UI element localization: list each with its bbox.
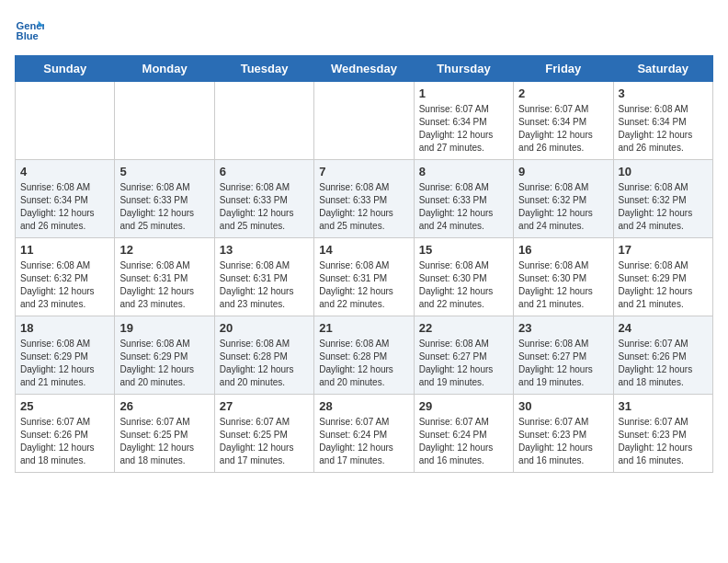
calendar-week-5: 25Sunrise: 6:07 AM Sunset: 6:26 PM Dayli…: [16, 395, 713, 473]
calendar-cell: 31Sunrise: 6:07 AM Sunset: 6:23 PM Dayli…: [613, 395, 712, 473]
day-header-thursday: Thursday: [414, 56, 513, 82]
day-info: Sunrise: 6:08 AM Sunset: 6:32 PM Dayligh…: [518, 181, 608, 233]
day-number: 10: [619, 165, 708, 178]
day-info: Sunrise: 6:07 AM Sunset: 6:23 PM Dayligh…: [518, 416, 608, 467]
day-number: 28: [319, 399, 408, 413]
calendar-cell: [214, 82, 313, 160]
calendar-cell: [314, 82, 414, 160]
day-header-friday: Friday: [514, 56, 613, 82]
day-info: Sunrise: 6:08 AM Sunset: 6:29 PM Dayligh…: [20, 338, 109, 389]
day-number: 11: [20, 243, 109, 257]
day-number: 15: [419, 243, 508, 257]
logo: General Blue: [15, 15, 48, 44]
calendar-cell: 3Sunrise: 6:08 AM Sunset: 6:34 PM Daylig…: [613, 82, 712, 160]
calendar-cell: 19Sunrise: 6:08 AM Sunset: 6:29 PM Dayli…: [115, 316, 214, 395]
calendar-cell: 6Sunrise: 6:08 AM Sunset: 6:33 PM Daylig…: [214, 160, 313, 238]
day-number: 18: [20, 321, 109, 335]
day-info: Sunrise: 6:07 AM Sunset: 6:23 PM Dayligh…: [619, 416, 708, 467]
day-number: 24: [619, 321, 708, 335]
header: General Blue: [15, 15, 713, 44]
calendar-cell: 20Sunrise: 6:08 AM Sunset: 6:28 PM Dayli…: [214, 316, 313, 395]
calendar-body: 1Sunrise: 6:07 AM Sunset: 6:34 PM Daylig…: [16, 82, 713, 473]
calendar-cell: [16, 82, 115, 160]
calendar-header-row: SundayMondayTuesdayWednesdayThursdayFrid…: [16, 56, 713, 82]
calendar-week-4: 18Sunrise: 6:08 AM Sunset: 6:29 PM Dayli…: [16, 316, 713, 395]
calendar-cell: 2Sunrise: 6:07 AM Sunset: 6:34 PM Daylig…: [514, 82, 613, 160]
calendar-cell: 24Sunrise: 6:07 AM Sunset: 6:26 PM Dayli…: [613, 316, 712, 395]
day-header-monday: Monday: [115, 56, 214, 82]
calendar-cell: 16Sunrise: 6:08 AM Sunset: 6:30 PM Dayli…: [514, 238, 613, 316]
day-info: Sunrise: 6:08 AM Sunset: 6:27 PM Dayligh…: [518, 338, 608, 389]
day-info: Sunrise: 6:08 AM Sunset: 6:34 PM Dayligh…: [619, 103, 708, 155]
calendar-cell: 26Sunrise: 6:07 AM Sunset: 6:25 PM Dayli…: [115, 395, 214, 473]
day-info: Sunrise: 6:07 AM Sunset: 6:25 PM Dayligh…: [220, 416, 309, 467]
day-info: Sunrise: 6:08 AM Sunset: 6:32 PM Dayligh…: [619, 181, 708, 233]
day-info: Sunrise: 6:07 AM Sunset: 6:26 PM Dayligh…: [20, 416, 109, 467]
calendar-cell: 22Sunrise: 6:08 AM Sunset: 6:27 PM Dayli…: [414, 316, 513, 395]
calendar-cell: 13Sunrise: 6:08 AM Sunset: 6:31 PM Dayli…: [214, 238, 313, 316]
day-number: 26: [119, 399, 209, 413]
calendar-week-3: 11Sunrise: 6:08 AM Sunset: 6:32 PM Dayli…: [16, 238, 713, 316]
day-number: 6: [220, 165, 309, 178]
calendar-cell: 30Sunrise: 6:07 AM Sunset: 6:23 PM Dayli…: [514, 395, 613, 473]
svg-text:Blue: Blue: [17, 30, 39, 41]
day-number: 7: [319, 165, 408, 178]
day-info: Sunrise: 6:08 AM Sunset: 6:33 PM Dayligh…: [220, 181, 309, 233]
calendar-cell: 18Sunrise: 6:08 AM Sunset: 6:29 PM Dayli…: [16, 316, 115, 395]
calendar-cell: 28Sunrise: 6:07 AM Sunset: 6:24 PM Dayli…: [314, 395, 414, 473]
day-number: 12: [119, 243, 209, 257]
calendar-cell: [115, 82, 214, 160]
day-number: 17: [619, 243, 708, 257]
day-info: Sunrise: 6:08 AM Sunset: 6:30 PM Dayligh…: [518, 259, 608, 311]
day-number: 14: [319, 243, 408, 257]
calendar-cell: 9Sunrise: 6:08 AM Sunset: 6:32 PM Daylig…: [514, 160, 613, 238]
day-info: Sunrise: 6:07 AM Sunset: 6:26 PM Dayligh…: [619, 338, 708, 389]
day-number: 13: [220, 243, 309, 257]
day-info: Sunrise: 6:08 AM Sunset: 6:31 PM Dayligh…: [119, 259, 209, 311]
calendar-cell: 1Sunrise: 6:07 AM Sunset: 6:34 PM Daylig…: [414, 82, 513, 160]
day-info: Sunrise: 6:08 AM Sunset: 6:33 PM Dayligh…: [319, 181, 408, 233]
day-number: 19: [119, 321, 209, 335]
calendar-cell: 15Sunrise: 6:08 AM Sunset: 6:30 PM Dayli…: [414, 238, 513, 316]
day-info: Sunrise: 6:08 AM Sunset: 6:31 PM Dayligh…: [220, 259, 309, 311]
day-info: Sunrise: 6:08 AM Sunset: 6:32 PM Dayligh…: [20, 259, 109, 311]
day-number: 30: [518, 399, 608, 413]
day-number: 8: [419, 165, 508, 178]
day-number: 22: [419, 321, 508, 335]
day-number: 27: [220, 399, 309, 413]
day-header-wednesday: Wednesday: [314, 56, 414, 82]
calendar-cell: 27Sunrise: 6:07 AM Sunset: 6:25 PM Dayli…: [214, 395, 313, 473]
day-number: 21: [319, 321, 408, 335]
day-info: Sunrise: 6:07 AM Sunset: 6:34 PM Dayligh…: [419, 103, 508, 155]
calendar-cell: 4Sunrise: 6:08 AM Sunset: 6:34 PM Daylig…: [16, 160, 115, 238]
calendar-week-2: 4Sunrise: 6:08 AM Sunset: 6:34 PM Daylig…: [16, 160, 713, 238]
calendar-cell: 5Sunrise: 6:08 AM Sunset: 6:33 PM Daylig…: [115, 160, 214, 238]
day-info: Sunrise: 6:08 AM Sunset: 6:33 PM Dayligh…: [119, 181, 209, 233]
calendar-cell: 10Sunrise: 6:08 AM Sunset: 6:32 PM Dayli…: [613, 160, 712, 238]
calendar-cell: 17Sunrise: 6:08 AM Sunset: 6:29 PM Dayli…: [613, 238, 712, 316]
day-number: 9: [518, 165, 608, 178]
day-info: Sunrise: 6:08 AM Sunset: 6:30 PM Dayligh…: [419, 259, 508, 311]
day-info: Sunrise: 6:08 AM Sunset: 6:27 PM Dayligh…: [419, 338, 508, 389]
day-header-saturday: Saturday: [613, 56, 712, 82]
day-info: Sunrise: 6:07 AM Sunset: 6:34 PM Dayligh…: [518, 103, 608, 155]
day-info: Sunrise: 6:08 AM Sunset: 6:28 PM Dayligh…: [319, 338, 408, 389]
day-info: Sunrise: 6:08 AM Sunset: 6:31 PM Dayligh…: [319, 259, 408, 311]
day-number: 25: [20, 399, 109, 413]
day-info: Sunrise: 6:08 AM Sunset: 6:34 PM Dayligh…: [20, 181, 109, 233]
calendar-cell: 29Sunrise: 6:07 AM Sunset: 6:24 PM Dayli…: [414, 395, 513, 473]
day-number: 2: [518, 86, 608, 100]
day-number: 1: [419, 86, 508, 100]
day-number: 3: [619, 86, 708, 100]
calendar-cell: 11Sunrise: 6:08 AM Sunset: 6:32 PM Dayli…: [16, 238, 115, 316]
calendar-cell: 25Sunrise: 6:07 AM Sunset: 6:26 PM Dayli…: [16, 395, 115, 473]
calendar-cell: 7Sunrise: 6:08 AM Sunset: 6:33 PM Daylig…: [314, 160, 414, 238]
calendar-cell: 12Sunrise: 6:08 AM Sunset: 6:31 PM Dayli…: [115, 238, 214, 316]
day-number: 20: [220, 321, 309, 335]
calendar-cell: 14Sunrise: 6:08 AM Sunset: 6:31 PM Dayli…: [314, 238, 414, 316]
day-info: Sunrise: 6:07 AM Sunset: 6:25 PM Dayligh…: [119, 416, 209, 467]
day-info: Sunrise: 6:07 AM Sunset: 6:24 PM Dayligh…: [319, 416, 408, 467]
calendar-cell: 21Sunrise: 6:08 AM Sunset: 6:28 PM Dayli…: [314, 316, 414, 395]
logo-icon: General Blue: [15, 15, 44, 44]
day-number: 23: [518, 321, 608, 335]
